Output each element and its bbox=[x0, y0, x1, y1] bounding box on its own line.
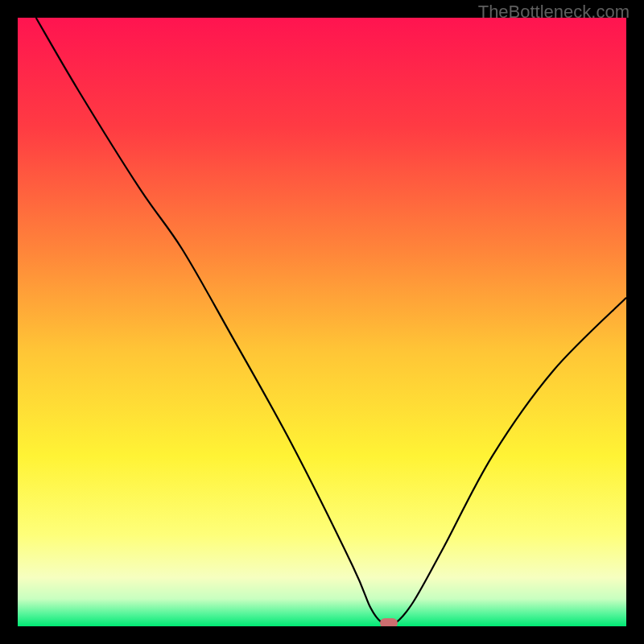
plot-area bbox=[18, 18, 626, 626]
watermark-text: TheBottleneck.com bbox=[478, 2, 630, 23]
bottleneck-curve bbox=[18, 18, 626, 626]
chart-container: TheBottleneck.com bbox=[0, 0, 644, 644]
optimal-marker bbox=[380, 618, 398, 626]
